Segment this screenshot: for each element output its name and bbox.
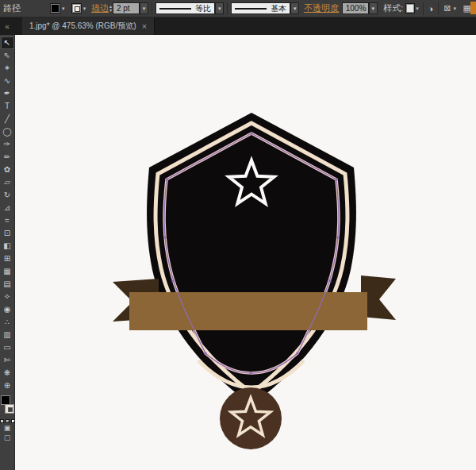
width-profile-select[interactable]: 等比 — [155, 2, 215, 14]
opacity-panel-link[interactable]: 不透明度 — [304, 2, 339, 14]
graphic-style-swatch[interactable] — [405, 3, 415, 13]
width-tool[interactable]: ≈ — [1, 214, 14, 227]
divider — [152, 2, 152, 15]
stroke-preview-line — [159, 8, 191, 10]
brush-definition-select[interactable]: 基本 — [231, 2, 290, 14]
fill-stroke-indicator[interactable] — [0, 395, 15, 417]
perspective-grid-tool[interactable]: ⊞ — [1, 252, 14, 265]
pencil-tool[interactable]: ✏ — [1, 151, 14, 164]
gradient-tool[interactable]: ▤ — [1, 278, 14, 291]
slice-tool[interactable]: ✄ — [1, 354, 14, 367]
free-transform-tool[interactable]: ⊡ — [1, 227, 14, 240]
divider — [227, 2, 228, 15]
line-segment-tool[interactable]: ╱ — [1, 113, 14, 125]
stroke-proxy-swatch[interactable] — [5, 404, 14, 414]
document-tab-title: 1.jpg* @ 475.63% (RGB/预览) — [29, 21, 136, 32]
stroke-width-dropdown[interactable]: ▾ — [140, 2, 148, 14]
pen-tool[interactable]: ✒ — [1, 87, 14, 100]
ellipse-tool[interactable]: ◯ — [1, 125, 14, 138]
hand-tool[interactable]: ❋ — [1, 367, 14, 379]
width-profile-value: 等比 — [195, 3, 211, 14]
chevron-down-icon[interactable]: ▾ — [415, 6, 420, 12]
opacity-input[interactable]: 100% — [342, 2, 369, 14]
canvas-area[interactable] — [15, 35, 476, 470]
recolor-artwork-icon[interactable]: ◑ — [427, 4, 436, 13]
mesh-tool[interactable]: ▦ — [1, 265, 14, 278]
selection-tool[interactable]: ↖ — [1, 37, 14, 49]
drawing-mode-icon[interactable]: ▣ — [4, 423, 11, 433]
zoom-tool[interactable]: ⊕ — [1, 379, 14, 392]
workspace-button-partial[interactable] — [470, 2, 476, 14]
stroke-width-input[interactable]: 2 pt — [113, 2, 140, 14]
tab-bar: « 1.jpg* @ 475.63% (RGB/预览) × — [0, 17, 476, 35]
badge-artwork — [15, 35, 476, 470]
tool-list: ↖⇖✶∿✒T╱◯✑✏✿▱↻⊿≈⊡◧⊞▦▤✧◉∴▥▭✄❋⊕ — [1, 37, 14, 392]
paintbrush-tool[interactable]: ✑ — [1, 138, 14, 151]
chevron-down-icon[interactable]: ▾ — [453, 6, 458, 12]
screen-mode-icon[interactable]: ▢ — [4, 433, 11, 442]
ribbon-band[interactable] — [129, 292, 367, 330]
divider — [423, 2, 424, 15]
eyedropper-tool[interactable]: ✧ — [1, 291, 14, 303]
stroke-panel-link[interactable]: 描边 — [91, 2, 109, 14]
magic-wand-tool[interactable]: ✶ — [1, 62, 14, 75]
stroke-color-control[interactable]: ▾ — [71, 3, 87, 13]
stroke-color-swatch[interactable] — [71, 3, 82, 13]
fill-color-swatch[interactable] — [50, 3, 60, 13]
shape-builder-tool[interactable]: ◧ — [1, 240, 14, 252]
eraser-tool[interactable]: ▱ — [1, 176, 14, 189]
transform-options-icon[interactable]: ⊠ — [442, 3, 452, 13]
width-profile-dropdown[interactable]: ▾ — [215, 2, 224, 14]
style-label: 样式: — [383, 2, 403, 14]
opacity-dropdown[interactable]: ▾ — [369, 2, 378, 14]
scale-tool[interactable]: ⊿ — [1, 202, 14, 214]
lasso-tool[interactable]: ∿ — [1, 75, 14, 87]
brush-definition-value: 基本 — [271, 3, 286, 14]
collapse-panel-icon[interactable]: « — [0, 22, 14, 31]
fill-color-control[interactable]: ▾ — [50, 3, 66, 13]
type-tool[interactable]: T — [1, 100, 14, 113]
brush-preview-line — [235, 8, 267, 10]
blob-brush-tool[interactable]: ✿ — [1, 164, 14, 176]
brush-definition-dropdown[interactable]: ▾ — [290, 2, 299, 14]
divider — [438, 2, 439, 15]
blend-tool[interactable]: ◉ — [1, 303, 14, 316]
chevron-down-icon[interactable]: ▾ — [83, 6, 87, 12]
column-graph-tool[interactable]: ▥ — [1, 329, 14, 341]
artboard-tool[interactable]: ▭ — [1, 341, 14, 354]
none-button[interactable] — [11, 419, 15, 423]
stroke-width-stepper[interactable]: ▴ ▾ — [109, 5, 112, 13]
chevron-down-icon[interactable]: ▾ — [61, 6, 66, 12]
close-icon[interactable]: × — [142, 21, 147, 31]
control-bar: 路径 ▾ ▾ 描边 ▴ ▾ 2 pt ▾ 等比 ▾ 基本 ▾ 不透明度 100%… — [0, 0, 476, 17]
document-tab[interactable]: 1.jpg* @ 475.63% (RGB/预览) × — [22, 17, 155, 35]
tools-panel: ↖⇖✶∿✒T╱◯✑✏✿▱↻⊿≈⊡◧⊞▦▤✧◉∴▥▭✄❋⊕ ▣ ▢ — [0, 35, 15, 470]
selection-type-label: 路径 — [3, 2, 21, 14]
rotate-tool[interactable]: ↻ — [1, 189, 14, 202]
symbol-sprayer-tool[interactable]: ∴ — [1, 316, 14, 329]
direct-selection-tool[interactable]: ⇖ — [1, 49, 14, 62]
